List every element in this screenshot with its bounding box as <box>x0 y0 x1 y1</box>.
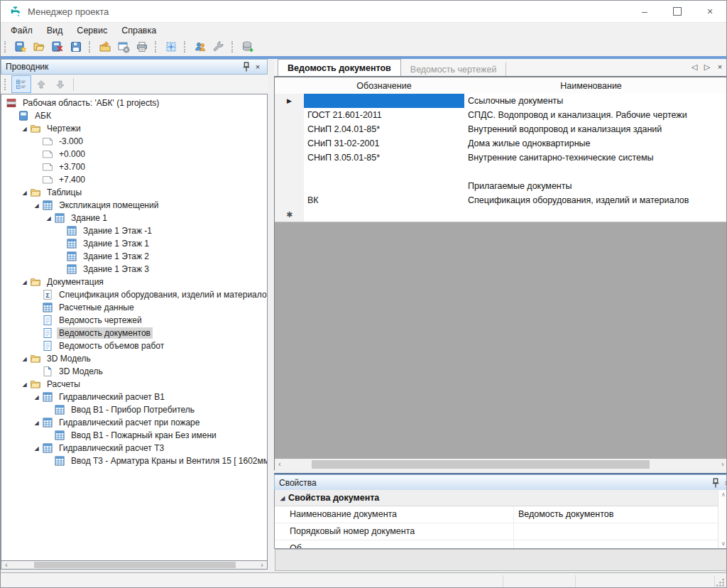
tree-item[interactable]: Здание 1 Этаж -1 <box>1 224 267 237</box>
tree-item-label[interactable]: Экспликация помещений <box>57 200 160 211</box>
table-row[interactable]: СНиП 31-02-2001Дома жилые одноквартирные <box>275 136 727 151</box>
open-project-button[interactable] <box>30 38 48 55</box>
table-row[interactable]: ✱ <box>275 207 727 222</box>
property-value[interactable] <box>514 523 727 540</box>
tree-item-label[interactable]: Гидравлический расчет при пожаре <box>57 417 202 428</box>
tree-item-label[interactable]: Здание 1 Этаж 3 <box>81 263 151 275</box>
scroll-right-icon[interactable]: › <box>718 461 727 468</box>
row-header-cell[interactable] <box>275 179 305 194</box>
property-value[interactable] <box>514 540 727 549</box>
tree-expander-icon[interactable]: ◢ <box>19 190 30 196</box>
menu-view[interactable]: Вид <box>40 23 70 38</box>
tree-item-label[interactable]: Ввод В1 - Прибор Потребитель <box>69 404 197 415</box>
tab-scroll-right-icon[interactable]: ▷ <box>702 62 712 72</box>
grid-cell[interactable] <box>718 108 727 123</box>
tree-item[interactable]: Ввод В1 - Прибор Потребитель <box>1 403 267 416</box>
current-row-icon[interactable]: ▶ <box>275 94 305 109</box>
grid-cell[interactable] <box>718 94 727 109</box>
grid-cell[interactable] <box>718 151 727 165</box>
tree-horizontal-scrollbar[interactable]: ‹ › <box>1 561 268 570</box>
close-button[interactable]: × <box>694 1 726 22</box>
scroll-up-icon[interactable]: ∧ <box>721 491 726 498</box>
row-header-cell[interactable] <box>275 165 305 180</box>
import-button[interactable] <box>96 38 114 55</box>
grid-cell[interactable] <box>464 207 726 222</box>
users-button[interactable] <box>191 38 209 55</box>
tree-item-label[interactable]: Расчетные данные <box>57 302 136 313</box>
tab-scroll-left-icon[interactable]: ◁ <box>689 62 699 72</box>
new-row-icon[interactable]: ✱ <box>275 207 305 222</box>
tree-item-label[interactable]: Расчеты <box>45 379 82 390</box>
grid-cell[interactable]: Спецификация оборудования, изделий и мат… <box>464 193 726 208</box>
grid-cell[interactable] <box>304 165 472 180</box>
tree-item-label[interactable]: Документация <box>45 276 106 288</box>
move-up-button[interactable] <box>32 76 50 92</box>
properties-close-icon[interactable]: × <box>721 477 727 489</box>
tree-item-label[interactable]: Здание 1 Этаж 2 <box>81 251 151 262</box>
tree-item-label[interactable]: -3.000 <box>57 136 85 147</box>
scroll-left-icon[interactable]: ‹ <box>1 562 11 569</box>
tab-vedomost-chertezhey[interactable]: Ведомость чертежей <box>401 62 507 76</box>
tree-item[interactable]: ◢3D Модель <box>1 352 267 365</box>
cad-view-button[interactable] <box>162 38 180 55</box>
tree-item[interactable]: -3.000 <box>1 135 267 148</box>
tree-expander-icon[interactable]: ◢ <box>19 126 30 132</box>
grid-cell[interactable]: СНиП 2.04.01-85* <box>304 122 472 137</box>
grid-cell[interactable] <box>718 179 727 194</box>
move-down-button[interactable] <box>51 76 70 92</box>
table-row[interactable]: ▶Ссылочные документы <box>275 94 727 108</box>
tree-item[interactable]: ΣСпецификация оборудования, изделий и ма… <box>1 288 267 301</box>
tree-item-label[interactable]: Здание 1 <box>69 212 109 224</box>
tree-item[interactable]: ◢Гидравлический расчет В1 <box>1 391 267 403</box>
project-settings-button[interactable] <box>114 38 133 55</box>
tree-expander-icon[interactable]: ◢ <box>31 445 42 452</box>
tree-expander-icon[interactable]: ◢ <box>31 394 42 401</box>
maximize-button[interactable] <box>661 1 694 22</box>
row-header-cell[interactable] <box>275 122 305 137</box>
grid-cell[interactable] <box>718 165 727 180</box>
tree-item-label[interactable]: Здание 1 Этаж -1 <box>81 225 154 236</box>
scrollbar-thumb[interactable] <box>34 562 236 568</box>
tree-expander-icon[interactable]: ◢ <box>19 279 30 285</box>
tree-item-label[interactable]: +7.400 <box>57 174 87 185</box>
property-value[interactable]: Ведомость документов <box>514 506 727 523</box>
tree-item-label[interactable]: Чертежи <box>45 123 83 134</box>
tree-item[interactable]: ◢Гидравлический расчет Т3 <box>1 442 267 454</box>
tree-item-label[interactable]: 3D Модель <box>45 353 93 364</box>
tree-item[interactable]: ◢Таблицы <box>1 186 267 199</box>
grid-cell[interactable] <box>304 94 472 109</box>
tree-item[interactable]: Расчетные данные <box>1 301 267 314</box>
close-project-button[interactable] <box>48 38 67 55</box>
tree-item[interactable]: Здание 1 Этаж 2 <box>1 250 267 263</box>
pin-icon[interactable] <box>241 61 252 72</box>
tree-item[interactable]: Здание 1 Этаж 3 <box>1 263 267 276</box>
tree-item-label[interactable]: АБК <box>33 110 53 121</box>
scrollbar-thumb[interactable] <box>312 460 650 469</box>
tree-expander-icon[interactable]: ◢ <box>43 215 54 222</box>
grid-cell[interactable]: ВК <box>304 193 472 208</box>
grid-cell[interactable] <box>304 207 472 222</box>
tree-item[interactable]: Ведомость чертежей <box>1 314 267 327</box>
tree-item[interactable]: ◢Расчеты <box>1 378 267 391</box>
tree-item-label[interactable]: Ввод В1 - Пожарный кран Без имени <box>69 430 219 441</box>
property-row[interactable]: Наименование документа Ведомость докумен… <box>275 506 727 523</box>
print-button[interactable] <box>133 38 151 55</box>
grid-horizontal-scrollbar[interactable]: ‹ › <box>274 459 727 470</box>
column-header-designation[interactable]: Обозначение <box>304 77 465 94</box>
menu-file[interactable]: Файл <box>4 23 40 38</box>
grid-cell[interactable] <box>718 207 727 222</box>
tree-expander-icon[interactable]: ◢ <box>19 356 30 362</box>
tree-item[interactable]: Ввод Т3 - Арматура Краны и Вентиля 15 [ … <box>1 454 267 467</box>
tree-item-label[interactable]: Рабочая область: 'АБК' (1 projects) <box>21 97 161 109</box>
grid-cell[interactable]: Дома жилые одноквартирные <box>464 136 726 151</box>
property-row[interactable]: Об <box>275 540 727 549</box>
tree-item[interactable]: 3D Модель <box>1 365 267 378</box>
property-row[interactable]: Порядковый номер документа <box>275 523 727 540</box>
tree-item[interactable]: ◢Экспликация помещений <box>1 199 267 212</box>
property-category-row[interactable]: ◢ Свойства документа <box>275 490 727 506</box>
menu-help[interactable]: Справка <box>114 23 163 38</box>
grid-cell[interactable] <box>718 193 727 208</box>
tree-item[interactable]: АБК <box>1 109 267 122</box>
tree-item-label[interactable]: Гидравлический расчет Т3 <box>57 442 166 454</box>
tree-item-label[interactable]: +3.700 <box>57 161 87 173</box>
